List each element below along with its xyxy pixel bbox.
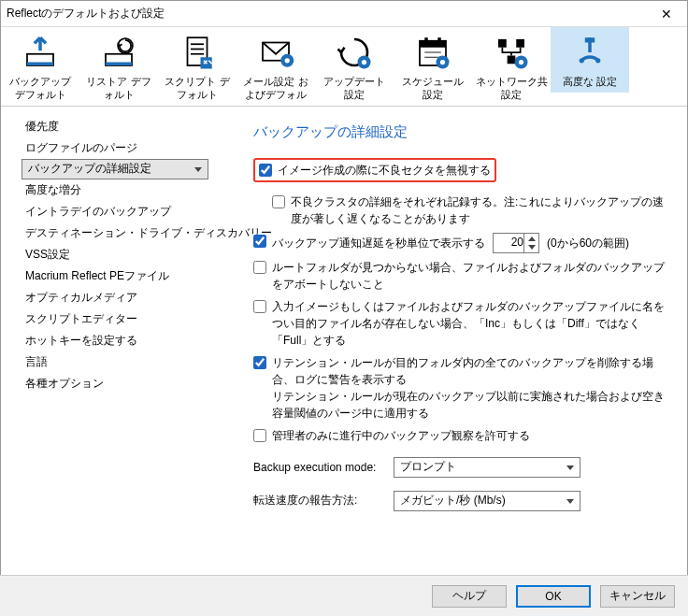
- sidebar-item-dest-discovery[interactable]: デスティネーション・ドライブ・ディスカバリー: [22, 222, 216, 244]
- svg-point-28: [580, 58, 584, 63]
- window-title: Reflectのデフォルトおよび設定: [7, 6, 652, 21]
- svg-rect-17: [424, 37, 428, 44]
- select-rate-report[interactable]: メガビット/秒 (Mb/s): [394, 491, 580, 511]
- tab-restore-defaults[interactable]: リストア デフォルト: [79, 27, 158, 106]
- tab-network-settings[interactable]: ネットワーク共 設定: [472, 27, 551, 106]
- sidebar-item-priority[interactable]: 優先度: [22, 116, 216, 137]
- svg-rect-31: [585, 37, 595, 42]
- chk-full-naming[interactable]: [253, 300, 266, 313]
- main-panel: バックアップの詳細設定 イメージ作成の際に不良セクタを無視する 不良クラスタの詳…: [216, 107, 687, 617]
- sidebar-item-script-editor[interactable]: スクリプトエディター: [22, 308, 216, 330]
- svg-point-14: [362, 60, 366, 64]
- sidebar-item-hotkey[interactable]: ホットキーを設定する: [22, 330, 216, 351]
- chk-admin-only[interactable]: [253, 429, 266, 442]
- svg-rect-3: [106, 63, 132, 66]
- cancel-button[interactable]: キャンセル: [600, 585, 675, 608]
- chk-retention-warn[interactable]: [253, 356, 266, 369]
- svg-rect-1: [27, 63, 53, 66]
- tab-schedule-settings[interactable]: スケジュール 設定: [394, 27, 472, 106]
- tab-update-settings[interactable]: アップデート 設定: [315, 27, 394, 106]
- svg-rect-23: [498, 39, 507, 48]
- page-title: バックアップの詳細設定: [253, 123, 670, 141]
- svg-rect-25: [508, 56, 516, 64]
- svg-point-29: [595, 58, 600, 63]
- svg-rect-24: [516, 39, 524, 48]
- sidebar-item-optical[interactable]: オプティカルメディア: [22, 287, 216, 308]
- select-exec-mode[interactable]: プロンプト: [394, 457, 580, 478]
- chk-ignore-bad-sectors[interactable]: [259, 164, 272, 177]
- sidebar-item-pe-file[interactable]: Macrium Reflect PEファイル: [22, 265, 216, 287]
- tab-email-settings[interactable]: メール設定 およびデフォル: [236, 27, 315, 106]
- sidebar-item-language[interactable]: 言語: [22, 351, 216, 373]
- ok-button[interactable]: OK: [516, 585, 591, 608]
- close-icon[interactable]: ✕: [652, 7, 681, 21]
- sidebar-item-log-purge[interactable]: ログファイルのパージ: [22, 137, 216, 159]
- sidebar: 優先度 ログファイルのパージ バックアップの詳細設定 高度な増分 イントラデイの…: [1, 107, 216, 617]
- sidebar-item-adv-incremental[interactable]: 高度な増分: [22, 179, 216, 201]
- tab-backup-defaults[interactable]: バックアップ デフォルト: [1, 27, 79, 106]
- svg-rect-18: [437, 37, 441, 44]
- chk-no-abort-root[interactable]: [253, 261, 266, 274]
- tab-advanced-settings[interactable]: 高度な 設定: [551, 27, 629, 93]
- svg-rect-16: [420, 41, 446, 48]
- num-delay[interactable]: 20: [493, 233, 539, 253]
- chk-log-bad-clusters[interactable]: [272, 195, 285, 208]
- svg-point-12: [285, 58, 290, 63]
- label-exec-mode: Backup execution mode:: [253, 461, 394, 474]
- chk-notify-delay[interactable]: [253, 235, 266, 248]
- sidebar-item-options[interactable]: 各種オプション: [22, 373, 216, 394]
- sidebar-item-backup-advanced[interactable]: バックアップの詳細設定: [22, 159, 208, 179]
- toolbar: バックアップ デフォルト リストア デフォルト スクリプト デフォルト メール設…: [1, 27, 687, 107]
- sidebar-item-vss[interactable]: VSS設定: [22, 244, 216, 265]
- label-rate-report: 転送速度の報告方法:: [253, 493, 394, 509]
- tab-script-defaults[interactable]: スクリプト デフォルト: [158, 27, 236, 106]
- sidebar-item-intraday[interactable]: イントラデイのバックアップ: [22, 201, 216, 222]
- help-button[interactable]: ヘルプ: [432, 585, 507, 608]
- svg-point-27: [519, 60, 523, 64]
- svg-point-22: [440, 60, 445, 64]
- footer: ヘルプ OK キャンセル: [0, 575, 688, 616]
